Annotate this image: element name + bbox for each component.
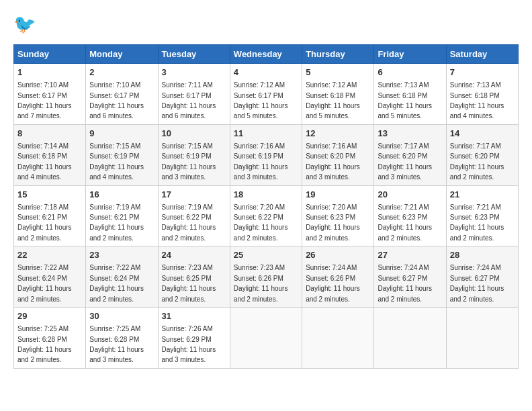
calendar-day-cell: 10Sunrise: 7:15 AMSunset: 6:19 PMDayligh…	[158, 124, 230, 185]
calendar-day-cell: 25Sunrise: 7:23 AMSunset: 6:26 PMDayligh…	[230, 246, 302, 308]
calendar-day-cell: 30Sunrise: 7:25 AMSunset: 6:28 PMDayligh…	[86, 308, 158, 369]
empty-cell	[302, 308, 374, 369]
calendar-day-cell: 11Sunrise: 7:16 AMSunset: 6:19 PMDayligh…	[230, 124, 302, 185]
day-number: 22	[17, 249, 82, 261]
day-info: Sunrise: 7:16 AMSunset: 6:19 PMDaylight:…	[234, 142, 288, 181]
day-info: Sunrise: 7:17 AMSunset: 6:20 PMDaylight:…	[378, 142, 432, 181]
day-number: 9	[89, 128, 154, 140]
day-number: 16	[89, 189, 154, 201]
day-info: Sunrise: 7:23 AMSunset: 6:26 PMDaylight:…	[234, 264, 288, 302]
day-number: 12	[306, 128, 370, 140]
day-info: Sunrise: 7:20 AMSunset: 6:22 PMDaylight:…	[234, 203, 288, 242]
day-number: 13	[378, 128, 442, 140]
day-info: Sunrise: 7:17 AMSunset: 6:20 PMDaylight:…	[450, 142, 504, 181]
calendar-day-cell: 7Sunrise: 7:13 AMSunset: 6:18 PMDaylight…	[446, 64, 518, 125]
calendar-day-cell: 8Sunrise: 7:14 AMSunset: 6:18 PMDaylight…	[14, 124, 86, 185]
calendar-week-row: 1Sunrise: 7:10 AMSunset: 6:17 PMDaylight…	[14, 64, 519, 125]
day-number: 2	[89, 66, 154, 79]
calendar-week-row: 15Sunrise: 7:18 AMSunset: 6:21 PMDayligh…	[14, 185, 519, 246]
day-info: Sunrise: 7:19 AMSunset: 6:22 PMDaylight:…	[162, 203, 216, 242]
day-number: 17	[162, 189, 226, 201]
day-info: Sunrise: 7:24 AMSunset: 6:26 PMDaylight:…	[306, 264, 360, 302]
calendar-day-cell: 28Sunrise: 7:24 AMSunset: 6:27 PMDayligh…	[446, 246, 518, 308]
day-info: Sunrise: 7:15 AMSunset: 6:19 PMDaylight:…	[162, 142, 216, 181]
day-info: Sunrise: 7:20 AMSunset: 6:23 PMDaylight:…	[306, 203, 360, 242]
day-number: 21	[450, 189, 515, 201]
day-number: 3	[162, 66, 226, 79]
calendar-day-cell: 2Sunrise: 7:10 AMSunset: 6:17 PMDaylight…	[86, 64, 158, 125]
day-info: Sunrise: 7:25 AMSunset: 6:28 PMDaylight:…	[89, 325, 144, 363]
day-number: 15	[17, 189, 82, 201]
calendar-table: SundayMondayTuesdayWednesdayThursdayFrid…	[13, 44, 519, 369]
day-info: Sunrise: 7:22 AMSunset: 6:24 PMDaylight:…	[17, 264, 72, 302]
day-info: Sunrise: 7:25 AMSunset: 6:28 PMDaylight:…	[17, 325, 72, 363]
calendar-day-cell: 20Sunrise: 7:21 AMSunset: 6:23 PMDayligh…	[374, 185, 446, 246]
calendar-day-cell: 6Sunrise: 7:13 AMSunset: 6:18 PMDaylight…	[374, 64, 446, 125]
calendar-day-cell: 4Sunrise: 7:12 AMSunset: 6:17 PMDaylight…	[230, 64, 302, 125]
weekday-header-monday: Monday	[86, 45, 158, 64]
day-info: Sunrise: 7:26 AMSunset: 6:29 PMDaylight:…	[162, 325, 216, 363]
calendar-week-row: 8Sunrise: 7:14 AMSunset: 6:18 PMDaylight…	[14, 124, 519, 185]
day-info: Sunrise: 7:18 AMSunset: 6:21 PMDaylight:…	[17, 203, 72, 242]
day-info: Sunrise: 7:15 AMSunset: 6:19 PMDaylight:…	[89, 142, 144, 181]
empty-cell	[446, 308, 518, 369]
calendar-day-cell: 14Sunrise: 7:17 AMSunset: 6:20 PMDayligh…	[446, 124, 518, 185]
day-number: 28	[450, 249, 515, 261]
calendar-day-cell: 3Sunrise: 7:11 AMSunset: 6:17 PMDaylight…	[158, 64, 230, 125]
day-number: 24	[162, 249, 226, 261]
day-number: 8	[17, 128, 82, 140]
day-info: Sunrise: 7:12 AMSunset: 6:17 PMDaylight:…	[234, 81, 288, 120]
day-number: 23	[89, 249, 154, 261]
day-number: 11	[234, 128, 298, 140]
day-info: Sunrise: 7:12 AMSunset: 6:18 PMDaylight:…	[306, 81, 360, 120]
weekday-header-wednesday: Wednesday	[230, 45, 302, 64]
calendar-day-cell: 15Sunrise: 7:18 AMSunset: 6:21 PMDayligh…	[14, 185, 86, 246]
day-info: Sunrise: 7:11 AMSunset: 6:17 PMDaylight:…	[162, 81, 216, 120]
day-number: 7	[450, 66, 515, 79]
calendar-day-cell: 17Sunrise: 7:19 AMSunset: 6:22 PMDayligh…	[158, 185, 230, 246]
logo: 🐦	[13, 13, 42, 38]
calendar-day-cell: 27Sunrise: 7:24 AMSunset: 6:27 PMDayligh…	[374, 246, 446, 308]
empty-cell	[374, 308, 446, 369]
day-info: Sunrise: 7:21 AMSunset: 6:23 PMDaylight:…	[378, 203, 432, 242]
day-number: 31	[162, 310, 226, 322]
day-number: 18	[234, 189, 298, 201]
day-number: 5	[306, 66, 370, 79]
calendar-day-cell: 22Sunrise: 7:22 AMSunset: 6:24 PMDayligh…	[14, 246, 86, 308]
day-number: 25	[234, 249, 298, 261]
day-info: Sunrise: 7:10 AMSunset: 6:17 PMDaylight:…	[89, 81, 144, 120]
calendar-day-cell: 31Sunrise: 7:26 AMSunset: 6:29 PMDayligh…	[158, 308, 230, 369]
day-info: Sunrise: 7:13 AMSunset: 6:18 PMDaylight:…	[378, 81, 432, 120]
calendar-day-cell: 16Sunrise: 7:19 AMSunset: 6:21 PMDayligh…	[86, 185, 158, 246]
calendar-day-cell: 1Sunrise: 7:10 AMSunset: 6:17 PMDaylight…	[14, 64, 86, 125]
calendar-day-cell: 9Sunrise: 7:15 AMSunset: 6:19 PMDaylight…	[86, 124, 158, 185]
empty-cell	[230, 308, 302, 369]
day-info: Sunrise: 7:22 AMSunset: 6:24 PMDaylight:…	[89, 264, 144, 302]
weekday-header-row: SundayMondayTuesdayWednesdayThursdayFrid…	[14, 45, 519, 64]
day-info: Sunrise: 7:24 AMSunset: 6:27 PMDaylight:…	[450, 264, 504, 302]
day-info: Sunrise: 7:19 AMSunset: 6:21 PMDaylight:…	[89, 203, 144, 242]
day-number: 14	[450, 128, 515, 140]
calendar-day-cell: 26Sunrise: 7:24 AMSunset: 6:26 PMDayligh…	[302, 246, 374, 308]
logo-icon: 🐦	[13, 13, 38, 38]
calendar-day-cell: 12Sunrise: 7:16 AMSunset: 6:20 PMDayligh…	[302, 124, 374, 185]
calendar-day-cell: 13Sunrise: 7:17 AMSunset: 6:20 PMDayligh…	[374, 124, 446, 185]
page-header: 🐦	[13, 13, 519, 38]
day-number: 29	[17, 310, 82, 322]
calendar-day-cell: 18Sunrise: 7:20 AMSunset: 6:22 PMDayligh…	[230, 185, 302, 246]
weekday-header-sunday: Sunday	[14, 45, 86, 64]
weekday-header-tuesday: Tuesday	[158, 45, 230, 64]
calendar-day-cell: 5Sunrise: 7:12 AMSunset: 6:18 PMDaylight…	[302, 64, 374, 125]
weekday-header-saturday: Saturday	[446, 45, 518, 64]
day-number: 4	[234, 66, 298, 79]
weekday-header-thursday: Thursday	[302, 45, 374, 64]
day-info: Sunrise: 7:23 AMSunset: 6:25 PMDaylight:…	[162, 264, 216, 302]
day-number: 10	[162, 128, 226, 140]
calendar-day-cell: 29Sunrise: 7:25 AMSunset: 6:28 PMDayligh…	[14, 308, 86, 369]
day-info: Sunrise: 7:21 AMSunset: 6:23 PMDaylight:…	[450, 203, 504, 242]
day-info: Sunrise: 7:10 AMSunset: 6:17 PMDaylight:…	[17, 81, 72, 120]
day-number: 1	[17, 66, 82, 79]
calendar-week-row: 29Sunrise: 7:25 AMSunset: 6:28 PMDayligh…	[14, 308, 519, 369]
day-info: Sunrise: 7:14 AMSunset: 6:18 PMDaylight:…	[17, 142, 72, 181]
day-number: 27	[378, 249, 442, 261]
